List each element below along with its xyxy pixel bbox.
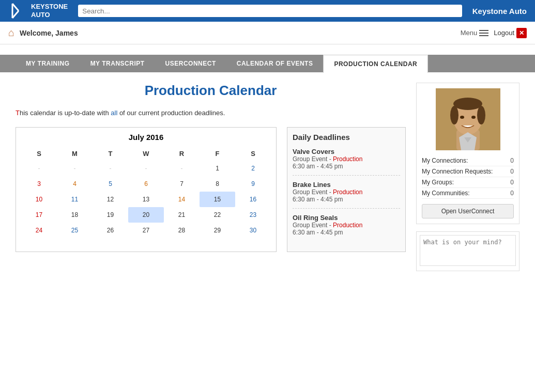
calendar-day[interactable]: 5: [93, 176, 128, 192]
calendar-day[interactable]: -: [93, 161, 128, 176]
deadlines-list: Valve Covers Group Event - Production 6:…: [293, 148, 400, 241]
calendar-day[interactable]: 16: [235, 192, 271, 207]
connections-row: My Connections: 0: [422, 155, 514, 166]
day-header-sat: S: [235, 147, 271, 161]
deadlines-container: Daily Deadlines Valve Covers Group Event…: [287, 127, 406, 252]
calendar-day[interactable]: -: [57, 161, 93, 176]
calendar-day[interactable]: 23: [235, 207, 271, 223]
page-title: Production Calendar: [16, 83, 406, 99]
deadline-name: Oil Ring Seals: [293, 214, 400, 222]
deadline-name: Valve Covers: [293, 148, 400, 155]
whats-on-mind-input[interactable]: [420, 235, 516, 266]
calendar-container: July 2016 S M T W R F S: [16, 127, 277, 252]
tab-my-training[interactable]: MY TRAINING: [16, 55, 80, 72]
calendar-day[interactable]: 29: [200, 223, 235, 238]
welcome-text: Welcome, James: [20, 29, 78, 37]
logout-label: Logout: [494, 29, 514, 37]
svg-point-7: [453, 98, 482, 110]
subtitle-this: T: [16, 109, 20, 117]
svg-point-11: [471, 116, 476, 119]
calendar-section: July 2016 S M T W R F S: [16, 127, 406, 252]
deadline-type: Group Event - Production: [293, 222, 400, 229]
calendar-day[interactable]: 11: [57, 192, 93, 207]
calendar-day[interactable]: -: [128, 161, 164, 176]
day-header-mon: M: [57, 147, 93, 161]
calendar-day[interactable]: 13: [128, 192, 164, 207]
calendar-day[interactable]: 7: [164, 176, 200, 192]
groups-label: My Groups:: [422, 179, 454, 186]
logo-icon: [8, 2, 27, 20]
home-icon[interactable]: ⌂: [8, 27, 14, 39]
calendar-day[interactable]: 26: [93, 223, 128, 238]
calendar-day[interactable]: 24: [21, 223, 57, 238]
tab-my-transcript[interactable]: MY TRANSCRIPT: [80, 55, 155, 72]
top-nav: ⌂ Welcome, James Menu Logout ✕: [0, 22, 535, 44]
calendar-day[interactable]: 14: [164, 192, 200, 207]
logo-text: KEYSTONE AUTO: [31, 3, 68, 19]
calendar-day[interactable]: 6: [128, 176, 164, 192]
subtitle-his: his calendar is up-to-date with: [20, 109, 111, 117]
calendar-day[interactable]: 2: [235, 161, 271, 176]
right-panel: My Connections: 0 My Connection Requests…: [416, 83, 519, 271]
header-search-container[interactable]: [78, 5, 462, 17]
calendar-day[interactable]: 19: [93, 207, 128, 223]
deadlines-title: Daily Deadlines: [293, 133, 400, 142]
calendar-grid: S M T W R F S -----123456789101112131415…: [21, 147, 271, 238]
subtitle: This calendar is up-to-date with all of …: [16, 109, 406, 117]
calendar-day[interactable]: 30: [235, 223, 271, 238]
tab-userconnect[interactable]: USERCONNECT: [155, 55, 226, 72]
logout-icon: ✕: [516, 28, 527, 38]
deadline-time: 6:30 am - 4:45 pm: [293, 196, 400, 203]
tab-navigation: MY TRAINING MY TRANSCRIPT USERCONNECT CA…: [0, 55, 535, 72]
deadline-type: Group Event - Production: [293, 189, 400, 196]
calendar-day[interactable]: 8: [200, 176, 235, 192]
calendar-day[interactable]: 27: [128, 223, 164, 238]
day-header-fri: F: [200, 147, 235, 161]
calendar-day[interactable]: 4: [57, 176, 93, 192]
svg-rect-0: [8, 2, 27, 20]
communities-label: My Communities:: [422, 190, 470, 197]
connections-value: 0: [510, 157, 514, 164]
left-panel: Production Calendar This calendar is up-…: [16, 83, 406, 271]
whats-on-mind-box: [416, 231, 519, 271]
svg-point-8: [450, 106, 458, 124]
subtitle-rest: of our current production deadlines.: [117, 109, 225, 117]
requests-label: My Connection Requests:: [422, 168, 493, 175]
calendar-day[interactable]: 28: [164, 223, 200, 238]
calendar-day[interactable]: 21: [164, 207, 200, 223]
day-header-thu: R: [164, 147, 200, 161]
calendar-day[interactable]: 9: [235, 176, 271, 192]
calendar-day[interactable]: 25: [57, 223, 93, 238]
top-nav-right: Menu Logout ✕: [461, 28, 527, 38]
deadline-time: 6:30 am - 4:45 pm: [293, 163, 400, 170]
hamburger-icon: [479, 30, 488, 36]
calendar-day[interactable]: 12: [93, 192, 128, 207]
svg-point-9: [477, 106, 485, 124]
open-userconnect-button[interactable]: Open UserConnect: [422, 204, 514, 218]
tab-calendar-of-events[interactable]: CALENDAR OF EVENTS: [226, 55, 324, 72]
connections-label: My Connections:: [422, 157, 468, 164]
calendar-day[interactable]: -: [164, 161, 200, 176]
tab-production-calendar[interactable]: PRODUCTION CALENDAR: [323, 55, 428, 73]
menu-button[interactable]: Menu: [461, 29, 489, 37]
svg-point-10: [460, 116, 464, 119]
deadline-name: Brake Lines: [293, 181, 400, 189]
calendar-day[interactable]: 22: [200, 207, 235, 223]
calendar-day[interactable]: 3: [21, 176, 57, 192]
logo-container: KEYSTONE AUTO: [8, 2, 68, 20]
header-brand-name: Keystone Auto: [472, 7, 527, 15]
search-input[interactable]: [78, 5, 462, 17]
profile-photo: [436, 88, 500, 150]
calendar-day[interactable]: -: [21, 161, 57, 176]
calendar-day[interactable]: 17: [21, 207, 57, 223]
calendar-day[interactable]: 1: [200, 161, 235, 176]
profile-box: My Connections: 0 My Connection Requests…: [416, 83, 519, 224]
day-header-wed: W: [128, 147, 164, 161]
calendar-day[interactable]: 10: [21, 192, 57, 207]
top-nav-left: ⌂ Welcome, James: [8, 27, 78, 39]
calendar-day[interactable]: 18: [57, 207, 93, 223]
calendar-day[interactable]: 20: [128, 207, 164, 223]
deadline-item: Valve Covers Group Event - Production 6:…: [293, 148, 400, 176]
logout-button[interactable]: Logout ✕: [494, 28, 527, 38]
calendar-day[interactable]: 15: [200, 192, 235, 207]
